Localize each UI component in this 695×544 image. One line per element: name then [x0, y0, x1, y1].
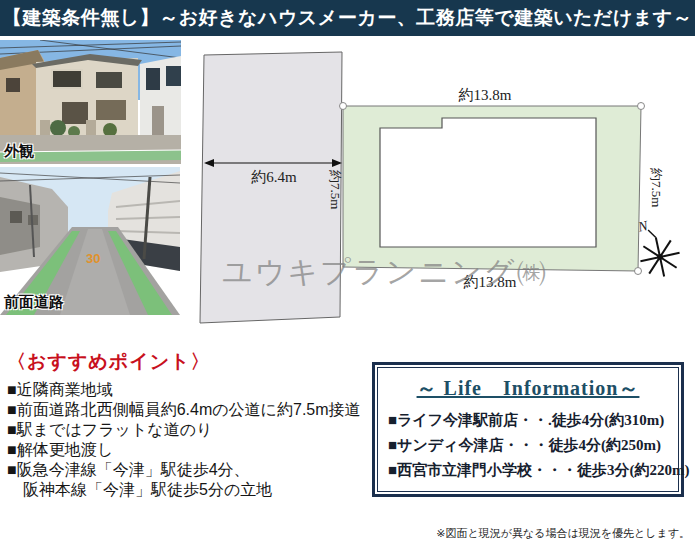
corner-marker	[340, 103, 347, 110]
parcel-right-dimension: 約7.5m	[649, 167, 664, 207]
corner-marker	[635, 268, 642, 275]
life-info-item: ■サンディ今津店・・・徒歩4分(約250m)	[388, 433, 668, 458]
recommended-points-section: 〈おすすめポイント〉 ■近隣商業地域 ■前面道路北西側幅員約6.4mの公道に約7…	[7, 349, 367, 500]
points-item: ■近隣商業地域	[7, 380, 367, 400]
points-item: ■解体更地渡し	[7, 440, 367, 460]
front-road-photo-label: 前面道路	[4, 293, 64, 312]
front-road-photo: 30 前面道路	[0, 167, 180, 315]
building-footprint-shape	[380, 118, 596, 247]
points-heading: 〈おすすめポイント〉	[7, 349, 367, 375]
site-plan: 約6.4m 約7.5m 約13.8m 約13.8m 約7.5m N	[190, 40, 695, 350]
frontage-label: 約7.5m	[328, 169, 343, 209]
life-information-box: ～ Life Information～ ■ライフ今津駅前店・・.徒歩4分(約31…	[372, 362, 684, 497]
points-item: ■阪急今津線「今津」駅徒歩4分、	[7, 460, 367, 480]
parcel-top-dimension: 約13.8m	[459, 87, 512, 103]
exterior-photo-label: 外観	[4, 142, 34, 161]
points-item: ■前面道路北西側幅員約6.4mの公道に約7.5m接道	[7, 400, 367, 420]
page-title: 【建築条件無し】～お好きなハウスメーカー、工務店等で建築いただけます～	[0, 0, 695, 36]
life-information-title: ～ Life Information～	[388, 375, 668, 402]
life-info-item: ■西宮市立津門小学校・・・徒歩3分(約220m)	[388, 458, 668, 483]
road-width-label: 約6.4m	[251, 169, 297, 185]
flyer-page: 【建築条件無し】～お好きなハウスメーカー、工務店等で建築いただけます～	[0, 0, 695, 544]
points-item: 阪神本線「今津」駅徒歩5分の立地	[7, 480, 367, 500]
road-speed-marking: 30	[86, 251, 100, 266]
exterior-photo: 外観	[0, 40, 181, 164]
corner-marker	[638, 103, 645, 110]
disclaimer-note: ※図面と現況が異なる場合は現況を優先とします。	[436, 526, 690, 541]
points-item: ■駅まではフラットな道のり	[7, 420, 367, 440]
life-info-item: ■ライフ今津駅前店・・.徒歩4分(約310m)	[388, 408, 668, 433]
life-information-inner: ～ Life Information～ ■ライフ今津駅前店・・.徒歩4分(約31…	[377, 367, 679, 492]
company-watermark: ユウキプランニング㈱	[222, 252, 548, 293]
